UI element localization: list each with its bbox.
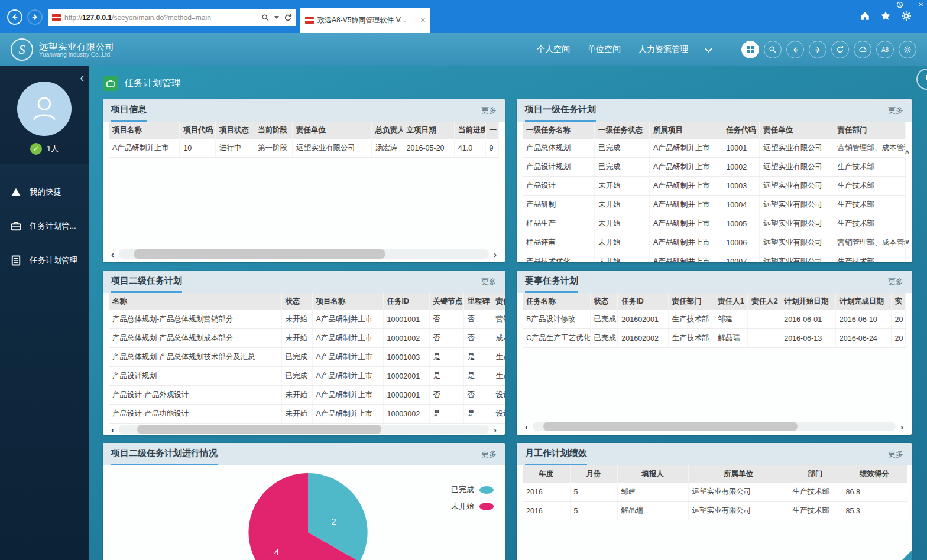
more-link[interactable]: 更多	[481, 271, 497, 293]
column-header[interactable]: 责任人1	[714, 293, 748, 310]
table-row[interactable]: B产品设计修改已完成201602001生产技术部邹建2016-06-012016…	[523, 310, 906, 329]
column-header[interactable]: 实	[891, 293, 906, 310]
column-header[interactable]: 当前进度	[454, 122, 485, 139]
horizontal-scrollbar[interactable]: ‹ ›	[523, 421, 906, 435]
column-header[interactable]: 名称	[109, 293, 281, 310]
more-link[interactable]: 更多	[481, 443, 497, 465]
scrollbar-track[interactable]	[533, 422, 896, 431]
scrollbar-thumb[interactable]	[543, 422, 798, 431]
address-dropdown-icon[interactable]	[274, 16, 279, 19]
scroll-down-icon[interactable]: v	[905, 237, 909, 246]
browser-forward-button[interactable]	[27, 9, 43, 25]
table-row[interactable]: A产品研制并上市10进行中第一阶段远望实业有限公司汤宏涛2016-05-2041…	[109, 139, 499, 158]
chevron-down-icon[interactable]	[705, 45, 712, 53]
search-button[interactable]	[764, 41, 782, 58]
apps-grid-button[interactable]	[741, 41, 759, 58]
column-header[interactable]: 责任人2	[748, 293, 780, 310]
scrollbar-thumb[interactable]	[134, 249, 385, 259]
table-row[interactable]: 产品设计规划已完成A产品研制并上市10002远望实业有限公司生产技术部	[523, 158, 906, 177]
more-link[interactable]: 更多	[888, 443, 903, 465]
column-header[interactable]: 责任单位	[292, 122, 371, 139]
column-header[interactable]: 一	[485, 122, 498, 139]
table-row[interactable]: C产品生产工艺优化已完成201602002生产技术部解晶瑞2016-06-132…	[523, 329, 906, 348]
scrollbar-track[interactable]	[119, 425, 489, 434]
scroll-right-icon[interactable]: ›	[900, 422, 903, 431]
scroll-up-icon[interactable]: ^	[905, 149, 909, 157]
horizontal-scrollbar[interactable]: ‹ ›	[109, 248, 499, 262]
refresh-icon[interactable]	[284, 14, 292, 22]
column-header[interactable]: 任务ID	[383, 293, 429, 310]
home-icon[interactable]	[860, 11, 870, 21]
table-row[interactable]: 产品设计-产品功能设计未开始A产品研制并上市10003002是是设计	[109, 405, 505, 424]
column-header[interactable]: 责任单位	[760, 122, 834, 139]
nav-unit-space[interactable]: 单位空间	[588, 44, 621, 55]
column-header[interactable]: 年度	[523, 465, 570, 483]
table-row[interactable]: 产品设计规划已完成A产品研制并上市10002001是是生产	[109, 367, 505, 386]
url-text[interactable]: http://127.0.0.1/seeyon/main.do?method=m…	[64, 14, 258, 22]
column-header[interactable]: 责任部门	[834, 122, 905, 139]
nav-personal-space[interactable]: 个人空间	[537, 44, 570, 55]
column-header[interactable]: 所属单位	[688, 465, 789, 483]
sidebar-item-my-shortcuts[interactable]: 我的快捷	[0, 175, 89, 209]
settings-gear-icon[interactable]	[901, 11, 912, 21]
scroll-right-icon[interactable]: ›	[494, 425, 497, 434]
table-row[interactable]: 样品生产未开始A产品研制并上市10005远望实业有限公司生产技术部	[523, 214, 906, 233]
search-icon[interactable]	[261, 14, 270, 22]
more-link[interactable]: 更多	[888, 271, 903, 293]
horizontal-scrollbar[interactable]: ‹ ›	[109, 424, 499, 435]
table-row[interactable]: 20165邹建远望实业有限公司生产技术部86.8	[523, 483, 907, 502]
column-header[interactable]: 状态	[281, 293, 312, 310]
column-header[interactable]: 任务代码	[722, 122, 760, 139]
column-header[interactable]: 关键节点	[429, 293, 464, 310]
column-header[interactable]: 所属项目	[649, 122, 722, 139]
column-header[interactable]: 总负责人	[371, 122, 403, 139]
scroll-right-icon[interactable]: ›	[494, 250, 497, 259]
table-row[interactable]: 20165解晶瑞远望实业有限公司生产技术部85.3	[523, 502, 907, 520]
column-header[interactable]: 责任	[492, 293, 505, 310]
nav-hr-management[interactable]: 人力资源管理	[638, 44, 688, 55]
table-row[interactable]: 产品研制未开始A产品研制并上市10004远望实业有限公司生产技术部	[523, 196, 906, 214]
scroll-left-icon[interactable]: ‹	[111, 250, 114, 259]
scroll-left-icon[interactable]: ‹	[525, 422, 528, 431]
column-header[interactable]: 当前阶段	[254, 122, 293, 139]
cloud-button[interactable]	[854, 41, 871, 58]
column-header[interactable]: 任务ID	[618, 293, 669, 310]
browser-tab[interactable]: 致远A8-V5协同管理软件 V... ✕	[300, 8, 430, 33]
table-row[interactable]: 产品总体规划-产品总体规划成本部分未开始A产品研制并上市10001002否否成本	[109, 329, 505, 348]
more-link[interactable]: 更多	[888, 99, 903, 122]
avatar[interactable]	[17, 82, 72, 136]
sidebar-collapse-icon[interactable]: ‹	[80, 71, 84, 84]
more-link[interactable]: 更多	[481, 99, 497, 122]
column-header[interactable]: 责任部门	[668, 293, 714, 310]
table-row[interactable]: 产品总体规划-产品总体规划营销部分未开始A产品研制并上市10001001否否营销	[109, 310, 505, 329]
table-row[interactable]: 产品总体规划-产品总体规划技术部分及汇总已完成A产品研制并上市10001003是…	[109, 348, 505, 367]
window-close-icon[interactable]: ✕	[919, 1, 923, 8]
column-header[interactable]: 一级任务名称	[523, 122, 594, 139]
sync-icon[interactable]	[896, 1, 903, 8]
column-header[interactable]: 项目名称	[312, 293, 383, 310]
column-header[interactable]: 项目名称	[109, 122, 180, 139]
settings-button[interactable]	[899, 41, 916, 58]
column-header[interactable]: 里程碑	[464, 293, 492, 310]
sidebar-item-task-plan-mgmt-2[interactable]: 任务计划管理	[0, 243, 89, 278]
clock-float-button[interactable]	[916, 69, 927, 90]
tab-close-icon[interactable]: ✕	[420, 17, 426, 24]
column-header[interactable]: 立项日期	[403, 122, 454, 139]
address-bar[interactable]: http://127.0.0.1/seeyon/main.do?method=m…	[48, 9, 296, 26]
column-header[interactable]: 绩效得分	[842, 465, 907, 483]
scroll-left-icon[interactable]: ‹	[111, 425, 114, 434]
table-row[interactable]: 样品评审未开始A产品研制并上市10006远望实业有限公司营销管理部、成本管理	[523, 233, 906, 252]
column-header[interactable]: 月份	[570, 465, 617, 483]
browser-back-button[interactable]	[7, 9, 22, 25]
refresh-button[interactable]	[831, 41, 849, 58]
column-header[interactable]: 状态	[590, 293, 618, 310]
scrollbar-track[interactable]	[119, 249, 489, 259]
table-row[interactable]: 产品总体规划已完成A产品研制并上市10001远望实业有限公司营销管理部、成本管理	[523, 139, 906, 158]
table-row[interactable]: 产品设计-产品外观设计未开始A产品研制并上市10003001否否设计	[109, 386, 505, 405]
scrollbar-thumb[interactable]	[137, 425, 381, 434]
column-header[interactable]: 计划开始日期	[780, 293, 836, 310]
column-header[interactable]: 计划完成日期	[835, 293, 891, 310]
column-header[interactable]: 一级任务状态	[594, 122, 649, 139]
column-header[interactable]: 填报人	[617, 465, 688, 483]
column-header[interactable]: 项目状态	[216, 122, 254, 139]
